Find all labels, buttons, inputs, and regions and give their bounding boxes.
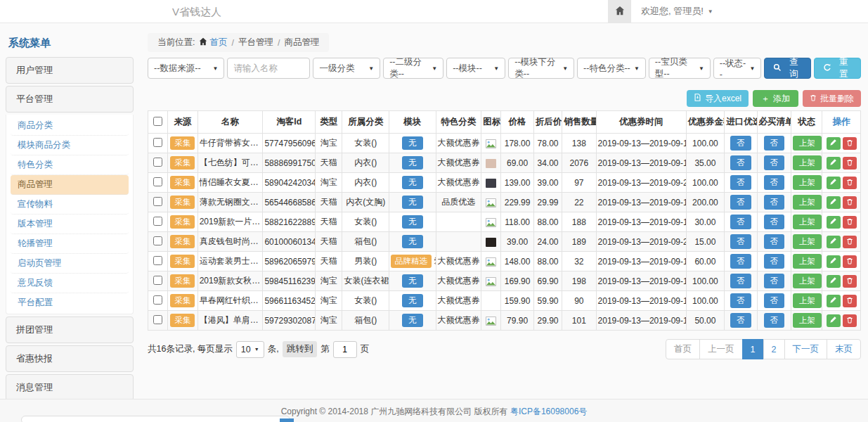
edit-button[interactable] (827, 314, 841, 327)
must-buy-toggle[interactable]: 否 (764, 195, 785, 210)
row-checkbox[interactable] (153, 138, 162, 147)
module-badge[interactable]: 无 (402, 215, 423, 229)
row-checkbox[interactable] (153, 315, 162, 324)
row-checkbox[interactable] (153, 197, 162, 206)
sidebar-item-版本管理[interactable]: 版本管理 (11, 215, 129, 234)
must-buy-toggle[interactable]: 否 (764, 313, 785, 328)
edit-button[interactable] (827, 157, 841, 170)
jump-page-input[interactable] (333, 341, 357, 358)
delete-button[interactable] (843, 236, 857, 248)
select-all-checkbox[interactable] (153, 117, 162, 126)
row-checkbox[interactable] (153, 256, 162, 265)
jump-to-button[interactable]: 跳转到 (283, 341, 318, 357)
import-select-toggle[interactable]: 否 (730, 195, 751, 210)
module-badge[interactable]: 无 (402, 314, 423, 327)
import-select-toggle[interactable]: 否 (730, 274, 751, 288)
must-buy-toggle[interactable]: 否 (764, 175, 785, 190)
search-button[interactable]: 查询 (764, 58, 811, 79)
import-select-toggle[interactable]: 否 (730, 136, 751, 151)
edit-button[interactable] (827, 177, 841, 189)
page-button-1[interactable]: 1 (742, 339, 764, 359)
import-select-toggle[interactable]: 否 (730, 313, 751, 328)
row-checkbox[interactable] (153, 158, 162, 167)
row-checkbox[interactable] (153, 217, 162, 226)
sidebar-item-商品分类[interactable]: 商品分类 (11, 116, 129, 136)
page-button-末页[interactable]: 末页 (827, 339, 861, 359)
icp-link[interactable]: 粤ICP备16098006号 (510, 407, 587, 416)
status-button[interactable]: 上架 (793, 215, 822, 229)
must-buy-toggle[interactable]: 否 (764, 215, 785, 229)
module-badge[interactable]: 无 (402, 274, 423, 288)
import-select-toggle[interactable]: 否 (730, 293, 751, 308)
status-button[interactable]: 上架 (793, 234, 822, 249)
status-button[interactable]: 上架 (793, 274, 822, 288)
sidebar-item-启动页管理[interactable]: 启动页管理 (11, 254, 129, 274)
delete-button[interactable] (843, 196, 857, 209)
reset-button[interactable]: 重置 (814, 58, 861, 79)
must-buy-toggle[interactable]: 否 (764, 254, 785, 269)
must-buy-toggle[interactable]: 否 (764, 274, 785, 288)
import-select-toggle[interactable]: 否 (730, 254, 751, 269)
filter-select-2[interactable]: --模块--▼ (446, 58, 505, 79)
status-button[interactable]: 上架 (793, 175, 822, 190)
data-source-select[interactable]: --数据来源--▼ (148, 58, 224, 79)
row-checkbox[interactable] (153, 177, 162, 186)
import-select-toggle[interactable]: 否 (730, 175, 751, 190)
sidebar-item-平台配置[interactable]: 平台配置 (11, 293, 129, 312)
sidebar-group-平台管理[interactable]: 平台管理 (6, 86, 134, 113)
edit-button[interactable] (827, 295, 841, 307)
status-button[interactable]: 上架 (793, 155, 822, 170)
filter-select-4[interactable]: --特色分类--▼ (577, 58, 646, 79)
edit-button[interactable] (827, 275, 841, 288)
import-select-toggle[interactable]: 否 (730, 234, 751, 249)
sidebar-item-轮播管理[interactable]: 轮播管理 (11, 234, 129, 254)
must-buy-toggle[interactable]: 否 (764, 155, 785, 170)
import-excel-button[interactable]: 导入excel (687, 90, 749, 107)
edit-button[interactable] (827, 196, 841, 209)
sidebar-item-宣传物料[interactable]: 宣传物料 (11, 195, 129, 215)
edit-button[interactable] (827, 137, 841, 150)
module-badge[interactable]: 无 (402, 235, 423, 248)
sidebar-group-省惠快报[interactable]: 省惠快报 (6, 345, 134, 372)
page-button-下一页[interactable]: 下一页 (784, 339, 828, 359)
must-buy-toggle[interactable]: 否 (764, 136, 785, 151)
page-button-首页[interactable]: 首页 (666, 339, 700, 359)
delete-button[interactable] (843, 157, 857, 170)
status-button[interactable]: 上架 (793, 293, 822, 308)
delete-button[interactable] (843, 137, 857, 150)
sidebar-group-消息管理[interactable]: 消息管理 (6, 374, 134, 401)
filter-select-1[interactable]: --二级分类--▼ (383, 58, 443, 79)
status-button[interactable]: 上架 (793, 195, 822, 210)
sidebar-group-拼团管理[interactable]: 拼团管理 (6, 316, 134, 343)
status-button[interactable]: 上架 (793, 136, 822, 151)
row-checkbox[interactable] (153, 295, 162, 305)
user-menu[interactable]: 欢迎您, 管理员! ▼ (641, 5, 713, 18)
delete-button[interactable] (843, 177, 857, 189)
sidebar-item-特色分类[interactable]: 特色分类 (11, 155, 129, 175)
edit-button[interactable] (827, 255, 841, 268)
status-button[interactable]: 上架 (793, 313, 822, 328)
filter-select-6[interactable]: --状态--▼ (713, 58, 762, 79)
row-checkbox[interactable] (153, 236, 162, 245)
delete-button[interactable] (843, 255, 857, 268)
sidebar-item-商品管理[interactable]: 商品管理 (11, 175, 129, 195)
home-button[interactable] (608, 0, 631, 23)
delete-button[interactable] (843, 314, 857, 327)
import-select-toggle[interactable]: 否 (730, 215, 751, 229)
row-checkbox[interactable] (153, 276, 162, 285)
module-badge[interactable]: 无 (402, 156, 423, 170)
delete-button[interactable] (843, 216, 857, 229)
edit-button[interactable] (827, 216, 841, 229)
breadcrumb-home-link[interactable]: 首页 (199, 37, 227, 49)
delete-button[interactable] (843, 275, 857, 288)
import-select-toggle[interactable]: 否 (730, 155, 751, 170)
page-button-2[interactable]: 2 (763, 339, 785, 359)
sidebar-item-模块商品分类[interactable]: 模块商品分类 (11, 136, 129, 155)
status-button[interactable]: 上架 (793, 254, 822, 269)
module-badge[interactable]: 无 (402, 196, 423, 209)
add-button[interactable]: ＋ 添加 (753, 90, 798, 107)
module-badge[interactable]: 无 (402, 176, 423, 189)
must-buy-toggle[interactable]: 否 (764, 234, 785, 249)
filter-select-3[interactable]: --模块下分类--▼ (508, 58, 574, 79)
module-badge[interactable]: 无 (402, 294, 423, 307)
